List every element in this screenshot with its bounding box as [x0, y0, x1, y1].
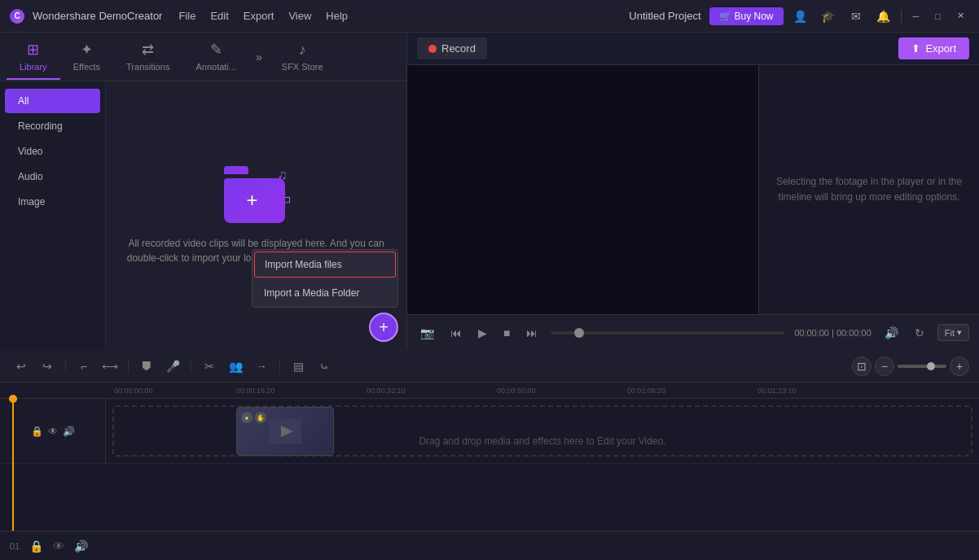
- zoom-slider-thumb: [927, 362, 935, 370]
- title-bar: C Wondershare DemoCreator File Edit Expo…: [0, 0, 979, 33]
- volume-button[interactable]: 🔊: [881, 325, 902, 341]
- redo-button[interactable]: ↪: [36, 355, 59, 378]
- menu-edit[interactable]: Edit: [210, 10, 228, 22]
- eye-icon: 👁: [48, 426, 58, 437]
- volume-bottom-icon[interactable]: 🔊: [74, 540, 88, 553]
- media-clip[interactable]: ● ✋: [236, 407, 334, 456]
- menu-file[interactable]: File: [178, 10, 195, 22]
- zoom-slider[interactable]: [898, 365, 946, 368]
- progress-track[interactable]: [551, 331, 784, 335]
- import-folder-option[interactable]: Import a Media Folder: [252, 279, 397, 307]
- ruler-mark-2: 00:00:33:10: [367, 387, 406, 395]
- preview-main: [407, 65, 759, 314]
- sidebar-item-recording[interactable]: Recording: [5, 114, 100, 138]
- export-button[interactable]: ⬆ Export: [898, 37, 969, 59]
- track-header-1: 🔒 👁 🔊: [0, 399, 106, 463]
- cap-icon-button[interactable]: 🎓: [818, 6, 839, 27]
- skip-forward-button[interactable]: ⏭: [523, 325, 541, 341]
- mask-button[interactable]: ⛊: [135, 355, 158, 378]
- sidebar-item-image[interactable]: Image: [5, 190, 100, 214]
- tab-sfxstore[interactable]: ♪ SFX Store: [269, 35, 336, 78]
- timeline-area: 00:00:00:00 00:00:16:20 00:00:33:10 00:0…: [0, 383, 979, 531]
- skip-back-button[interactable]: ⏮: [447, 325, 465, 341]
- player-controls: 📷 ⏮ ▶ ■ ⏭ 00:00:00 | 00:00:00 🔊 ↻ Fit ▾: [407, 314, 979, 350]
- library-icon: ⊞: [27, 41, 39, 59]
- progress-thumb: [574, 328, 584, 338]
- left-content: All Recording Video Audio Image: [0, 81, 406, 350]
- toolbar: ↩ ↪ ⌐ ⟷ ⛊ 🎤 ✂ 👥 → ▤ ⤿ ⊡ − +: [0, 350, 979, 383]
- sidebar: All Recording Video Audio Image: [0, 81, 106, 350]
- play-button[interactable]: ▶: [475, 325, 490, 341]
- zoom-out-button[interactable]: −: [875, 357, 894, 376]
- chevron-down-icon: ▾: [957, 327, 962, 338]
- app-logo: C: [10, 9, 24, 24]
- crop-button[interactable]: ⌐: [72, 355, 95, 378]
- clip-icons: ● ✋: [241, 412, 266, 423]
- folder-body: +: [224, 178, 285, 223]
- menu-export[interactable]: Export: [244, 10, 274, 22]
- loop-button[interactable]: ↻: [911, 325, 928, 341]
- record-dot-icon: [428, 45, 437, 53]
- project-title: Untitled Project: [629, 10, 700, 22]
- menu-help[interactable]: Help: [326, 10, 348, 22]
- account-icon-button[interactable]: 👤: [790, 6, 811, 27]
- buy-now-button[interactable]: 🛒 Buy Now: [709, 7, 784, 25]
- record-area: Record ⬆ Export: [407, 33, 979, 65]
- sidebar-item-video[interactable]: Video: [5, 139, 100, 164]
- clip-icon-1: ●: [241, 412, 252, 423]
- transitions-icon: ⇄: [142, 41, 154, 59]
- zoom-fit-button[interactable]: ⊡: [852, 357, 871, 376]
- ruler-mark-3: 00:00:50:00: [497, 387, 536, 395]
- record-button[interactable]: Record: [417, 37, 487, 59]
- titlebar-actions: 🛒 Buy Now 👤 🎓 ✉ 🔔 ─ □ ✕: [709, 6, 969, 27]
- left-panel: ⊞ Library ✦ Effects ⇄ Transitions ✎ Anno…: [0, 33, 407, 350]
- cart-icon: 🛒: [719, 11, 731, 22]
- lock-bottom-icon[interactable]: 🔒: [29, 540, 43, 553]
- effects-icon: ✦: [81, 41, 93, 59]
- sfx-icon: ♪: [299, 42, 306, 59]
- grid-button[interactable]: ▤: [287, 355, 310, 378]
- main-layout: ⊞ Library ✦ Effects ⇄ Transitions ✎ Anno…: [0, 33, 979, 560]
- tab-effects[interactable]: ✦ Effects: [60, 34, 113, 80]
- time-display: 00:00:00 | 00:00:00: [794, 328, 871, 338]
- menu-view[interactable]: View: [288, 10, 311, 22]
- mic-button[interactable]: 🎤: [161, 355, 184, 378]
- fit-dropdown-button[interactable]: Fit ▾: [937, 324, 969, 341]
- media-folder-icon: ♪ 🏷 + ♫: [224, 166, 289, 223]
- sidebar-item-all[interactable]: All: [5, 89, 100, 113]
- menu-bar: File Edit Export View Help: [178, 10, 621, 22]
- minimize-button[interactable]: ─: [908, 11, 924, 21]
- mail-icon-button[interactable]: ✉: [845, 6, 867, 27]
- tab-bar: ⊞ Library ✦ Effects ⇄ Transitions ✎ Anno…: [0, 33, 406, 81]
- bottom-bar: 01 🔒 👁 🔊: [0, 531, 979, 560]
- sidebar-item-audio[interactable]: Audio: [5, 164, 100, 189]
- plus-icon: +: [247, 189, 258, 212]
- maximize-button[interactable]: □: [930, 11, 946, 21]
- tab-more-button[interactable]: »: [249, 50, 269, 63]
- import-plus-button[interactable]: +: [369, 313, 398, 342]
- camera-button[interactable]: 📷: [417, 325, 437, 341]
- track-content-1[interactable]: ● ✋ Drag and drop media and effects here…: [106, 399, 979, 463]
- annotations-icon: ✎: [210, 41, 222, 59]
- toolbar-sep-2: [128, 359, 129, 374]
- ruler-mark-0: 00:00:00:00: [114, 387, 153, 395]
- import-files-option[interactable]: Import Media files: [254, 252, 396, 278]
- folder-tab: [224, 166, 248, 174]
- tab-library[interactable]: ⊞ Library: [7, 34, 60, 80]
- close-button[interactable]: ✕: [952, 11, 969, 21]
- undo-button[interactable]: ↩: [10, 355, 33, 378]
- playhead-head: [9, 395, 17, 403]
- tab-transitions[interactable]: ⇄ Transitions: [113, 34, 182, 80]
- arrow-button[interactable]: →: [250, 355, 273, 378]
- zoom-in-button[interactable]: +: [950, 357, 969, 376]
- playhead-cursor: [12, 399, 14, 531]
- split-button[interactable]: ⟷: [99, 355, 121, 378]
- bell-icon-button[interactable]: 🔔: [873, 6, 894, 27]
- player-timeline: [551, 331, 784, 335]
- tab-annotations[interactable]: ✎ Annotati...: [182, 34, 249, 80]
- cut-button[interactable]: ✂: [198, 355, 221, 378]
- auto-button[interactable]: ⤿: [313, 355, 336, 378]
- group-button[interactable]: 👥: [224, 355, 247, 378]
- eye-bottom-icon[interactable]: 👁: [53, 540, 64, 553]
- stop-button[interactable]: ■: [500, 325, 513, 341]
